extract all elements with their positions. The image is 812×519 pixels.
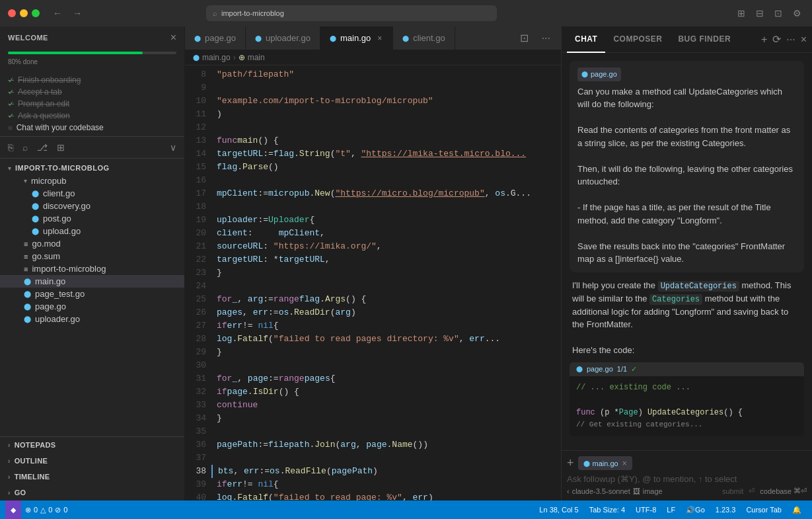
status-position[interactable]: Ln 38, Col 5 [534,500,583,519]
tree-section-header[interactable]: ▾ IMPORT-TO-MICROBLOG [0,161,184,175]
sidebar-header: WELCOME × [0,26,184,49]
history-button[interactable]: ⟳ [772,33,781,46]
more-options-button[interactable]: ··· [786,34,795,46]
code-editor[interactable]: 8 9 10 11 12 13 14 15 16 17 18 19 20 21 … [185,65,561,500]
line-num: 12 [185,121,206,134]
minimize-button[interactable] [20,9,28,17]
tab-chat[interactable]: CHAT [567,26,605,53]
go-file-icon: ⬤ [32,202,39,210]
sidebar-go[interactable]: › GO [0,485,184,500]
copy-icon-button[interactable]: ⎘ [8,142,13,153]
panel-tab-actions: + ⟳ ··· × [761,33,807,46]
code-line [211,280,561,293]
collapse-arrow-icon: › [8,458,11,465]
status-line-ending[interactable]: LF [661,500,681,519]
chat-file-tag: ⬤ main.go × [578,456,632,470]
folder-import-to-microblog[interactable]: ≡ import-to-microblog [0,262,184,275]
tab-main-go[interactable]: ⬤ main.go × [320,26,393,50]
file-tree: ▾ IMPORT-TO-MICROBLOG ▾ micropub ⬤ clien… [0,159,184,436]
file-go-sum[interactable]: ≡ go.sum [0,250,184,262]
line-num: 29 [185,346,206,359]
file-page-go[interactable]: ⬤ page.go [0,300,184,313]
tab-client-go[interactable]: ⬤ client.go [393,26,455,50]
tab-close-button[interactable]: × [376,34,383,43]
traffic-lights [8,9,40,17]
status-version[interactable]: 1.23.3 [710,500,741,519]
nav-forward-button[interactable]: → [70,7,85,20]
submit-area: submit ⏎ codebase ⌘⏎ [722,487,807,495]
sidebar-close-button[interactable]: × [170,32,176,44]
status-language[interactable]: 🔊 Go [681,500,710,519]
checklist-item: ✓ Ask a question [8,110,176,122]
tag-label: main.go [593,459,618,467]
tab-composer[interactable]: COMPOSER [605,26,670,53]
add-file-button[interactable]: + [567,456,574,470]
tab-page-go[interactable]: ⬤ page.go [185,26,246,50]
status-tab-size[interactable]: Tab Size: 4 [584,500,630,519]
line-num: 33 [185,399,206,412]
line-num: 23 [185,266,206,280]
project-label: IMPORT-TO-MICROBLOG [15,164,110,172]
panel-button[interactable]: ⊡ [772,7,785,20]
extensions-icon-button[interactable]: ⊞ [57,142,65,153]
code-line: log.Fatalf("failed to read pages directo… [211,333,561,346]
check-icon: ✓ [8,112,14,120]
file-upload-go[interactable]: ⬤ upload.go [0,225,184,237]
status-cursor-type[interactable]: Cursor Tab [741,500,787,519]
tab-bug-finder[interactable]: BUG FINDER [670,26,739,53]
code-line: pagePath := filepath.Join(arg, page.Name… [211,438,561,452]
go-dot-icon: ⬤ [583,460,590,467]
settings-button[interactable]: ⚙ [790,7,804,20]
branch-icon-button[interactable]: ⎇ [37,142,48,153]
code-content[interactable]: "path/filepath" "example.com/import-to-m… [211,65,561,500]
tab-label: page.go [205,33,236,43]
search-icon-button[interactable]: ⌕ [22,142,28,153]
maximize-button[interactable] [32,9,40,17]
code-line [211,359,561,372]
close-button[interactable] [8,9,16,17]
file-discovery-go[interactable]: ⬤ discovery.go [0,200,184,212]
layout-button[interactable]: ⊟ [753,7,766,20]
close-panel-button[interactable]: × [801,34,807,46]
sidebar-notepads[interactable]: › NOTEPADS [0,437,184,453]
search-bar[interactable]: ⌕ import-to-microblog [206,5,497,21]
more-tabs-button[interactable]: ··· [536,32,556,44]
chat-bubble-header: ⬤ page.go [577,67,796,81]
file-uploader-go[interactable]: ⬤ uploader.go [0,313,184,325]
status-errors[interactable]: ⊗ 0 △ 0 ⊘ 0 [21,500,71,519]
split-editor-button[interactable]: ⊡ [515,32,534,44]
collapse-arrow-icon: ▾ [8,165,11,172]
sidebar-timeline[interactable]: › TIMELINE [0,469,184,485]
code-block-filename: page.go [587,365,613,373]
codebase-label[interactable]: codebase ⌘⏎ [760,487,807,495]
code-line: client: mpClient, [211,227,561,240]
chevron-down-icon-button[interactable]: ∨ [170,142,176,153]
breadcrumb-symbol-icon: ⊕ [239,53,245,62]
status-encoding[interactable]: UTF-8 [630,500,661,519]
file-name: page_test.go [35,289,85,299]
folder-micropub[interactable]: ▾ micropub [0,175,184,187]
breadcrumb-symbol: main [248,53,265,62]
status-bell[interactable]: 🔔 [787,500,807,519]
line-num: 16 [185,174,206,187]
line-num: 35 [185,425,206,438]
file-page-test-go[interactable]: ⬤ page_test.go [0,288,184,300]
checklist-item[interactable]: ○ Chat with your codebase [8,122,176,134]
line-num: 14 [185,147,206,161]
line-num: 36 [185,438,206,452]
chat-input-field[interactable] [567,474,807,484]
sidebar-outline[interactable]: › OUTLINE [0,453,184,469]
section-label: GO [15,489,26,497]
tag-close-button[interactable]: × [622,459,627,468]
file-main-go[interactable]: ⬤ main.go [0,275,184,288]
nav-back-button[interactable]: ← [50,7,65,20]
tab-uploader-go[interactable]: ⬤ uploader.go [246,26,320,50]
sidebar-toggle-button[interactable]: ⊞ [735,7,748,20]
file-post-go[interactable]: ⬤ post.go [0,212,184,225]
chat-messages[interactable]: ⬤ page.go Can you make a method call Upd… [562,53,812,450]
chat-model[interactable]: ‹ claude-3.5-sonnet 🖼 image [567,487,663,495]
file-go-mod[interactable]: ≡ go.mod [0,237,184,250]
code-line [211,425,561,438]
add-chat-button[interactable]: + [761,34,767,46]
file-client-go[interactable]: ⬤ client.go [0,187,184,200]
